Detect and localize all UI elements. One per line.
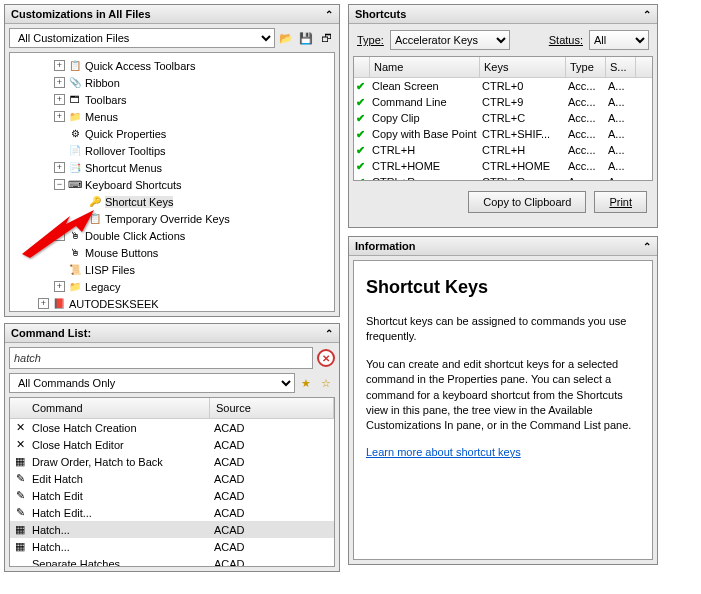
collapse-icon[interactable]: ⌃ (643, 241, 651, 252)
shortcut-row[interactable]: ✔CTRL+HCTRL+HAcc...A... (354, 142, 652, 158)
sc-src: A... (606, 112, 636, 124)
tree-label: Ribbon (85, 77, 120, 89)
tree-item[interactable]: +📁Menus (10, 108, 334, 125)
command-row[interactable]: ▦Hatch...ACAD (10, 521, 334, 538)
customizations-title: Customizations in All Files (11, 8, 151, 20)
command-row[interactable]: ✕Close Hatch CreationACAD (10, 419, 334, 436)
sc-type: Acc... (566, 80, 606, 92)
expand-icon[interactable]: + (54, 94, 65, 105)
expand-icon[interactable]: + (54, 230, 65, 241)
expand-icon[interactable]: + (54, 60, 65, 71)
col-source[interactable]: Source (210, 398, 334, 418)
command-row[interactable]: ✎Edit HatchACAD (10, 470, 334, 487)
tree-label: Double Click Actions (85, 230, 185, 242)
command-filter-dropdown[interactable]: All Commands Only (9, 373, 295, 393)
sc-name: Copy Clip (370, 112, 480, 124)
shortcut-row[interactable]: ✔Copy ClipCTRL+CAcc...A... (354, 110, 652, 126)
shortcut-row[interactable]: ✔CTRL+HOMECTRL+HOMEAcc...A... (354, 158, 652, 174)
sc-type: Acc... (566, 128, 606, 140)
clear-search-icon[interactable]: ✕ (317, 349, 335, 367)
command-row[interactable]: ▦Hatch...ACAD (10, 538, 334, 555)
expand-icon[interactable]: + (54, 162, 65, 173)
sc-src: A... (606, 96, 636, 108)
check-icon: ✔ (354, 112, 370, 125)
col-command[interactable]: Command (10, 398, 210, 418)
tree-item[interactable]: +🗔Toolbars (10, 91, 334, 108)
open-icon[interactable]: 📂 (277, 29, 295, 47)
tree-icon: 📁 (68, 280, 82, 294)
shortcut-row[interactable]: ✔CTRL+RCTRL+RAcc...A... (354, 174, 652, 181)
cmd-icon: ▦ (10, 523, 30, 536)
col-keys[interactable]: Keys (480, 57, 566, 77)
expand-icon[interactable]: + (54, 77, 65, 88)
col-source[interactable]: S... (606, 57, 636, 77)
panels-icon[interactable]: 🗗 (317, 29, 335, 47)
type-dropdown[interactable]: Accelerator Keys (390, 30, 510, 50)
tree-item[interactable]: +🖱Double Click Actions (10, 227, 334, 244)
new-favorite-icon[interactable]: ☆ (317, 374, 335, 392)
command-table-header[interactable]: Command Source (10, 398, 334, 419)
expand-icon[interactable]: + (54, 281, 65, 292)
tree-item[interactable]: 📜LISP Files (10, 261, 334, 278)
learn-more-link[interactable]: Learn more about shortcut keys (366, 446, 521, 458)
sc-type: Acc... (566, 160, 606, 172)
cmd-name: Edit Hatch (30, 473, 210, 485)
sc-name: Clean Screen (370, 80, 480, 92)
tree-item[interactable]: 📄Rollover Tooltips (10, 142, 334, 159)
sc-type: Acc... (566, 112, 606, 124)
command-row[interactable]: Separate HatchesACAD (10, 555, 334, 567)
tree-icon: 🗔 (68, 93, 82, 107)
shortcut-row[interactable]: ✔Command LineCTRL+9Acc...A... (354, 94, 652, 110)
info-paragraph: You can create and edit shortcut keys fo… (366, 357, 640, 434)
tree-icon: 🖱 (68, 246, 82, 260)
cmd-name: Hatch Edit (30, 490, 210, 502)
tree-item[interactable]: 🔑Shortcut Keys (10, 193, 334, 210)
cmd-source: ACAD (210, 439, 334, 451)
expand-icon[interactable]: + (38, 298, 49, 309)
collapse-icon[interactable]: ⌃ (643, 9, 651, 20)
command-row[interactable]: ▦Draw Order, Hatch to BackACAD (10, 453, 334, 470)
tree-item[interactable]: +📎Ribbon (10, 74, 334, 91)
shortcuts-table[interactable]: Name Keys Type S... ✔Clean ScreenCTRL+0A… (353, 56, 653, 181)
col-type[interactable]: Type (566, 57, 606, 77)
expand-icon[interactable]: + (54, 111, 65, 122)
tree-item[interactable]: +📋Quick Access Toolbars (10, 57, 334, 74)
shortcut-row[interactable]: ✔Clean ScreenCTRL+0Acc...A... (354, 78, 652, 94)
tree-icon: 🖱 (68, 229, 82, 243)
collapse-icon[interactable]: ⌃ (325, 328, 333, 339)
shortcuts-table-header[interactable]: Name Keys Type S... (354, 57, 652, 78)
command-row[interactable]: ✕Close Hatch EditorACAD (10, 436, 334, 453)
information-title: Information (355, 240, 416, 252)
tree-item[interactable]: 📋Temporary Override Keys (10, 210, 334, 227)
tree-label: Legacy (85, 281, 120, 293)
tree-icon: ⌨ (68, 178, 82, 192)
col-name[interactable]: Name (370, 57, 480, 77)
print-button[interactable]: Print (594, 191, 647, 213)
sc-name: CTRL+HOME (370, 160, 480, 172)
expand-icon[interactable]: − (54, 179, 65, 190)
shortcut-row[interactable]: ✔Copy with Base PointCTRL+SHIF...Acc...A… (354, 126, 652, 142)
sc-keys: CTRL+9 (480, 96, 566, 108)
customization-files-dropdown[interactable]: All Customization Files (9, 28, 275, 48)
customization-tree[interactable]: +📋Quick Access Toolbars+📎Ribbon+🗔Toolbar… (9, 52, 335, 312)
tree-item[interactable]: 🖱Mouse Buttons (10, 244, 334, 261)
tree-item[interactable]: ⚙Quick Properties (10, 125, 334, 142)
command-row[interactable]: ✎Hatch EditACAD (10, 487, 334, 504)
command-table[interactable]: Command Source ✕Close Hatch CreationACAD… (9, 397, 335, 567)
sc-type: Acc... (566, 96, 606, 108)
cmd-icon: ▦ (10, 540, 30, 553)
tree-item[interactable]: +📑Shortcut Menus (10, 159, 334, 176)
status-dropdown[interactable]: All (589, 30, 649, 50)
search-input[interactable] (9, 347, 313, 369)
copy-clipboard-button[interactable]: Copy to Clipboard (468, 191, 586, 213)
tree-item[interactable]: +📕AUTODESKSEEK (10, 295, 334, 312)
information-header: Information ⌃ (349, 237, 657, 256)
tree-item[interactable]: +📁Legacy (10, 278, 334, 295)
save-icon[interactable]: 💾 (297, 29, 315, 47)
collapse-icon[interactable]: ⌃ (325, 9, 333, 20)
favorite-icon[interactable]: ★ (297, 374, 315, 392)
customizations-header: Customizations in All Files ⌃ (5, 5, 339, 24)
tree-item[interactable]: −⌨Keyboard Shortcuts (10, 176, 334, 193)
sc-keys: CTRL+0 (480, 80, 566, 92)
command-row[interactable]: ✎Hatch Edit...ACAD (10, 504, 334, 521)
